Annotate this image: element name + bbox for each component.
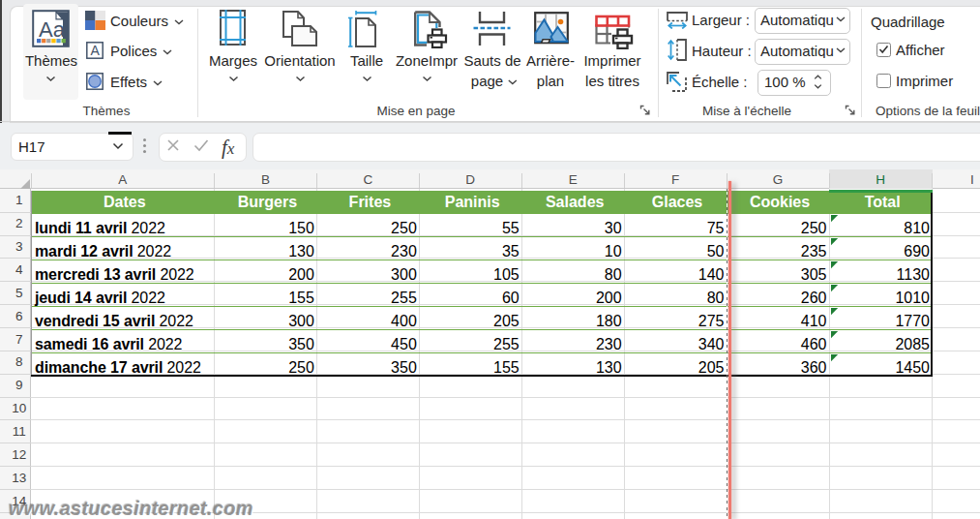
svg-text:Aa: Aa bbox=[39, 17, 66, 42]
svg-text:A: A bbox=[91, 43, 101, 58]
